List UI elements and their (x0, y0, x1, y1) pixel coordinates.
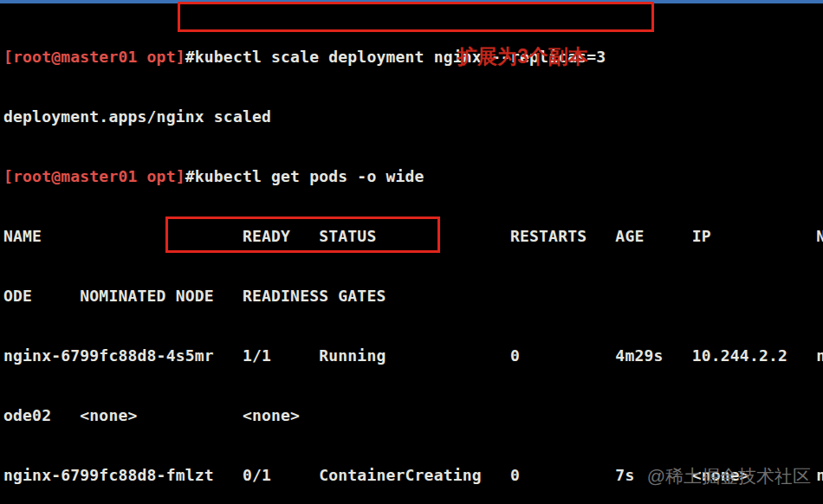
table1-header-wrap: ODE NOMINATED NODE READINESS GATES (3, 286, 823, 306)
watermark-text: @稀土掘金技术社区 (647, 464, 811, 488)
output-line-deployment-scaled: deployment.apps/nginx scaled (3, 107, 823, 126)
table-row-text: nginx-6799fc88d8-4s5mr 1/1 Running 0 4m2… (3, 346, 823, 365)
output-text: deployment.apps/nginx scaled (3, 107, 271, 126)
prompt-line-get-pods-1: [root@master01 opt]#kubectl get pods -o … (3, 166, 823, 186)
shell-prompt: [root@master01 opt] (3, 48, 185, 66)
prompt-line-scale-command: [root@master01 opt]#kubectl scale deploy… (3, 47, 823, 67)
table1-row-4s5mr-wrap: ode02 <none> <none> (3, 405, 823, 425)
highlight-box-scale-command (178, 2, 654, 32)
shell-prompt: [root@master01 opt] (3, 167, 185, 185)
terminal-screen: [root@master01 opt]#kubectl scale deploy… (0, 0, 823, 504)
command-text: #kubectl get pods -o wide (185, 167, 424, 185)
table-row-text: ode02 <none> <none> (3, 406, 300, 424)
highlight-box-get-pods-command (165, 216, 440, 253)
table-header-text: ODE NOMINATED NODE READINESS GATES (3, 287, 386, 305)
scale-annotation-text: 扩展为3个副本 (457, 43, 588, 70)
terminal-output[interactable]: [root@master01 opt]#kubectl scale deploy… (3, 7, 823, 504)
table1-row-4s5mr: nginx-6799fc88d8-4s5mr 1/1 Running 0 4m2… (3, 346, 823, 365)
